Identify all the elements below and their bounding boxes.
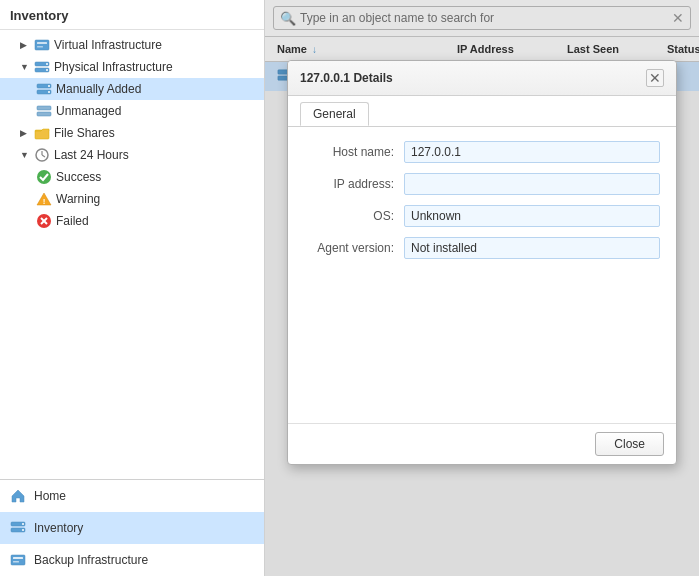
sidebar-item-file-shares[interactable]: ▶ File Shares (0, 122, 264, 144)
svg-text:!: ! (43, 197, 46, 206)
tab-general[interactable]: General (300, 102, 369, 126)
svg-rect-12 (37, 112, 51, 116)
sidebar-header: Inventory (0, 0, 264, 30)
svg-rect-13 (35, 130, 49, 139)
sidebar-label-warning: Warning (56, 192, 100, 206)
agent-version-input[interactable] (404, 237, 660, 259)
svg-rect-27 (11, 555, 25, 565)
physical-infrastructure-icon (34, 59, 50, 75)
svg-rect-28 (13, 557, 23, 559)
os-input[interactable] (404, 205, 660, 227)
dialog-title: 127.0.0.1 Details (300, 71, 393, 85)
dialog-title-bar: 127.0.0.1 Details ✕ (288, 61, 676, 96)
ip-address-input[interactable] (404, 173, 660, 195)
sidebar-label-file-shares: File Shares (54, 126, 115, 140)
form-row-agent-version: Agent version: (304, 237, 660, 259)
sidebar-item-virtual-infrastructure[interactable]: ▶ Virtual Infrastructure (0, 34, 264, 56)
dialog-footer: Close (288, 423, 676, 464)
sidebar-item-warning[interactable]: ! Warning (0, 188, 264, 210)
sidebar-label-virtual-infrastructure: Virtual Infrastructure (54, 38, 162, 52)
close-button[interactable]: Close (595, 432, 664, 456)
sidebar-label-failed: Failed (56, 214, 89, 228)
nav-item-backup-infrastructure[interactable]: Backup Infrastructure (0, 544, 264, 576)
svg-point-6 (46, 69, 48, 71)
home-icon (10, 488, 26, 504)
os-label: OS: (304, 209, 404, 223)
sidebar-label-manually-added: Manually Added (56, 82, 141, 96)
sidebar-item-last-24-hours[interactable]: ▼ Last 24 Hours (0, 144, 264, 166)
svg-rect-29 (13, 561, 19, 563)
svg-rect-11 (37, 106, 51, 110)
svg-point-26 (22, 529, 24, 531)
svg-rect-2 (37, 46, 43, 48)
svg-point-5 (46, 63, 48, 65)
main-area: 🔍 ✕ Name ↓ IP Address Last Seen Status 1 (265, 0, 699, 576)
sidebar-item-physical-infrastructure[interactable]: ▼ Physical Infrastructure (0, 56, 264, 78)
expand-arrow-virtual: ▶ (20, 40, 32, 50)
form-row-os: OS: (304, 205, 660, 227)
svg-point-25 (22, 523, 24, 525)
sidebar: Inventory ▶ Virtual Infrastructure ▼ (0, 0, 265, 576)
svg-rect-1 (37, 42, 47, 44)
sidebar-nav: Home Inventory Backup Infra (0, 479, 264, 576)
svg-point-9 (48, 85, 50, 87)
virtual-infrastructure-icon (34, 37, 50, 53)
expand-arrow-fileshares: ▶ (20, 128, 32, 138)
dialog-close-button[interactable]: ✕ (646, 69, 664, 87)
host-name-label: Host name: (304, 145, 404, 159)
ip-address-label: IP address: (304, 177, 404, 191)
nav-label-backup-infrastructure: Backup Infrastructure (34, 553, 148, 567)
backup-infrastructure-icon (10, 552, 26, 568)
sidebar-tree: ▶ Virtual Infrastructure ▼ (0, 30, 264, 479)
expand-arrow-physical: ▼ (20, 62, 32, 72)
nav-item-inventory[interactable]: Inventory (0, 512, 264, 544)
manually-added-icon (36, 81, 52, 97)
failed-icon (36, 213, 52, 229)
svg-rect-0 (35, 40, 49, 50)
file-shares-icon (34, 125, 50, 141)
nav-label-inventory: Inventory (34, 521, 83, 535)
sidebar-item-success[interactable]: Success (0, 166, 264, 188)
nav-item-home[interactable]: Home (0, 480, 264, 512)
sidebar-label-last-24-hours: Last 24 Hours (54, 148, 129, 162)
expand-arrow-last24: ▼ (20, 150, 32, 160)
agent-version-label: Agent version: (304, 241, 404, 255)
svg-line-16 (42, 155, 45, 157)
host-name-input[interactable] (404, 141, 660, 163)
warning-icon: ! (36, 191, 52, 207)
sidebar-item-manually-added[interactable]: Manually Added (0, 78, 264, 100)
sidebar-item-unmanaged[interactable]: Unmanaged (0, 100, 264, 122)
svg-point-10 (48, 91, 50, 93)
form-row-ip: IP address: (304, 173, 660, 195)
sidebar-label-success: Success (56, 170, 101, 184)
dialog-tabs: General (288, 96, 676, 127)
last-24-hours-icon (34, 147, 50, 163)
svg-point-17 (37, 170, 51, 184)
details-dialog: 127.0.0.1 Details ✕ General Host name: I… (287, 60, 677, 465)
sidebar-label-unmanaged: Unmanaged (56, 104, 121, 118)
success-icon (36, 169, 52, 185)
sidebar-label-physical-infrastructure: Physical Infrastructure (54, 60, 173, 74)
dialog-overlay: 127.0.0.1 Details ✕ General Host name: I… (265, 0, 699, 576)
form-row-hostname: Host name: (304, 141, 660, 163)
unmanaged-icon (36, 103, 52, 119)
sidebar-item-failed[interactable]: Failed (0, 210, 264, 232)
inventory-icon (10, 520, 26, 536)
nav-label-home: Home (34, 489, 66, 503)
dialog-body: Host name: IP address: OS: Agent version… (288, 127, 676, 423)
